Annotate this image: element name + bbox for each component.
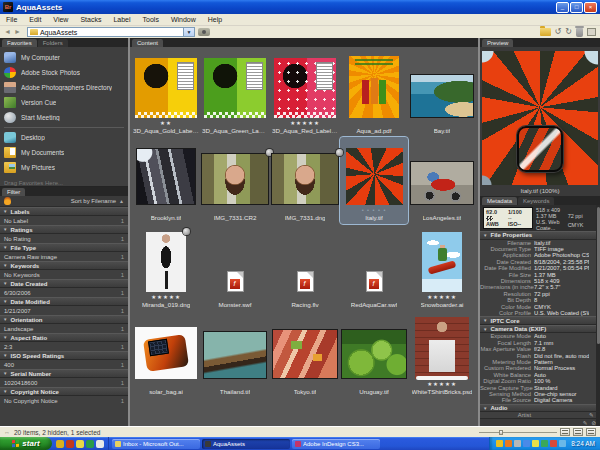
filter-value-2-3[interactable]: 2:31 [0, 342, 128, 351]
menu-view[interactable]: View [47, 14, 74, 26]
quick-launch-icon-4[interactable] [86, 440, 94, 448]
filter-section-orientation[interactable]: ▼Orientation [0, 315, 128, 324]
tray-icon-5[interactable] [532, 440, 539, 447]
filter-value-400[interactable]: 4001 [0, 360, 128, 369]
thumbnail-snowboarder-ai[interactable]: ★★★★★Snowboarder.ai [408, 224, 476, 311]
view-versions-button[interactable] [586, 428, 596, 436]
filter-value-1020418600[interactable]: 10204186001 [0, 378, 128, 387]
metadata-section-iptc-core[interactable]: ▼IPTC Core [480, 316, 596, 325]
thumbnail-thailand-tif[interactable]: Thailand.tif [200, 311, 270, 398]
thumbnail-brooklyn-tif[interactable]: Brooklyn.tif [132, 137, 200, 224]
task-button-adobe-indesign-cs3[interactable]: Adobe InDesign CS3... [292, 439, 380, 449]
sort-ascending-icon[interactable]: ▲ [119, 198, 124, 204]
tab-preview[interactable]: Preview [482, 39, 513, 47]
minimize-button[interactable]: _ [556, 2, 569, 13]
view-thumbnails-button[interactable] [560, 428, 570, 436]
address-dropdown[interactable]: AquaAssets ▼ [27, 27, 195, 37]
tray-icon-4[interactable] [523, 440, 530, 447]
filter-value-no-keywords[interactable]: No Keywords1 [0, 270, 128, 279]
rating-stars[interactable]: ★★★★★ [427, 294, 457, 301]
tray-icon-7[interactable] [550, 440, 557, 447]
menu-tools[interactable]: Tools [137, 14, 165, 26]
tray-icon-8[interactable] [559, 440, 566, 447]
new-folder-button[interactable] [540, 28, 551, 36]
filter-value-camera-raw-image[interactable]: Camera Raw image1 [0, 252, 128, 261]
thumbnail-whitetshirtbricks-psd[interactable]: ★★★★★WhiteTShirtBricks.psd [408, 311, 476, 398]
thumbnail-racing-flv[interactable]: Racing.flv [270, 224, 340, 311]
tray-icon-1[interactable] [496, 440, 503, 447]
maximize-button[interactable]: □ [570, 2, 583, 13]
favorites-item-version-cue[interactable]: Version Cue [4, 95, 128, 110]
delete-button[interactable] [576, 28, 583, 37]
quick-launch-icon-2[interactable] [66, 440, 74, 448]
get-photos-camera-icon[interactable] [198, 28, 210, 36]
rotate-ccw-button[interactable]: ↺ [555, 27, 562, 37]
menu-help[interactable]: Help [202, 14, 228, 26]
filter-section-ratings[interactable]: ▼Ratings [0, 225, 128, 234]
favorites-item-my-pictures[interactable]: My Pictures [4, 160, 128, 175]
favorites-item-start-meeting[interactable]: Start Meeting [4, 110, 128, 125]
thumbnail-uruguay-tif[interactable]: Uruguay.tif [340, 311, 408, 398]
filter-value-no-rating[interactable]: No Rating1 [0, 234, 128, 243]
menu-edit[interactable]: Edit [23, 14, 47, 26]
thumbnail-solar-bag-ai[interactable]: solar_bag.ai [132, 311, 200, 398]
metadata-section-file-properties[interactable]: ▼File Properties [480, 231, 596, 240]
filter-value-6-30-2006[interactable]: 6/30/20061 [0, 288, 128, 297]
rating-dots[interactable]: • • • • • [362, 207, 387, 214]
start-button[interactable]: start [0, 437, 52, 450]
tab-keywords[interactable]: Keywords [518, 197, 554, 205]
rating-stars[interactable]: ★★★★★ [427, 381, 457, 388]
rating-stars[interactable]: ★★★★★ [290, 120, 320, 127]
thumbnail-redaquacar-swf[interactable]: RedAquaCar.swf [340, 224, 408, 311]
sort-by-label[interactable]: Sort by Filename [71, 198, 116, 204]
thumbnail-monster-swf[interactable]: Monster.swf [200, 224, 270, 311]
menu-label[interactable]: Label [107, 14, 136, 26]
menu-window[interactable]: Window [165, 14, 202, 26]
filter-section-date-modified[interactable]: ▼Date Modified [0, 297, 128, 306]
rating-stars[interactable]: ★★ [160, 120, 172, 127]
thumbnail-losangeles-tif[interactable]: LosAngeles.tif [408, 137, 476, 224]
task-button-aquaassets[interactable]: AquaAssets [202, 439, 290, 449]
preview-image-umbrella[interactable] [482, 51, 598, 185]
filter-value-1-21-2007[interactable]: 1/21/20071 [0, 306, 128, 315]
thumbnail-size-slider[interactable] [479, 429, 557, 436]
tray-icon-6[interactable] [541, 440, 548, 447]
compact-mode-button[interactable] [587, 28, 596, 36]
edit-pencil-icon[interactable]: ✎ [589, 412, 596, 418]
filter-section-date-created[interactable]: ▼Date Created [0, 279, 128, 288]
loupe-magnifier[interactable] [517, 126, 563, 172]
view-details-button[interactable] [573, 428, 583, 436]
filter-section-file-type[interactable]: ▼File Type [0, 243, 128, 252]
quick-launch-icon-5[interactable] [96, 440, 104, 448]
forward-button[interactable]: ► [14, 27, 21, 37]
filter-section-copyright-notice[interactable]: ▼Copyright Notice [0, 387, 128, 396]
filter-section-aspect-ratio[interactable]: ▼Aspect Ratio [0, 333, 128, 342]
favorites-item-desktop[interactable]: Desktop [4, 130, 128, 145]
thumbnail-tokyo-tif[interactable]: Tokyo.tif [270, 311, 340, 398]
tray-icon-2[interactable] [505, 440, 512, 447]
filter-value-no-copyright-notice[interactable]: No Copyright Notice1 [0, 396, 128, 405]
thumbnail-3d-aqua-green-label-psd[interactable]: 3D_Aqua_Green_Label.psd [200, 50, 270, 137]
metadata-edit-icon[interactable]: ✎ [583, 420, 588, 426]
favorites-item-adobe-photographers-directory[interactable]: Adobe Photographers Directory [4, 80, 128, 95]
menu-file[interactable]: File [0, 14, 23, 26]
task-button-inbox-microsoft-out[interactable]: Inbox - Microsoft Out... [112, 439, 200, 449]
rotate-cw-button[interactable]: ↻ [565, 27, 572, 37]
favorites-item-adobe-stock-photos[interactable]: Adobe Stock Photos [4, 65, 128, 80]
tab-filter[interactable]: Filter [2, 188, 25, 196]
filter-section-keywords[interactable]: ▼Keywords [0, 261, 128, 270]
thumbnail-img-7331-dng[interactable]: IMG_7331.dng [270, 137, 340, 224]
tab-content[interactable]: Content [132, 39, 163, 47]
favorites-item-my-documents[interactable]: My Documents [4, 145, 128, 160]
tab-metadata[interactable]: Metadata [482, 197, 517, 205]
chevron-down-icon[interactable]: ▼ [183, 28, 194, 36]
filter-value-landscape[interactable]: Landscape1 [0, 324, 128, 333]
filter-section-serial-number[interactable]: ▼Serial Number [0, 369, 128, 378]
back-button[interactable]: ◄ [4, 27, 11, 37]
favorites-item-my-computer[interactable]: My Computer [4, 50, 128, 65]
thumbnail-aqua-ad-pdf[interactable]: Aqua_ad.pdf [340, 50, 408, 137]
quick-launch-icon-3[interactable] [76, 440, 84, 448]
thumbnail-bay-tif[interactable]: Bay.tif [408, 50, 476, 137]
quick-launch-icon-1[interactable] [56, 440, 64, 448]
tab-favorites[interactable]: Favorites [2, 39, 37, 47]
